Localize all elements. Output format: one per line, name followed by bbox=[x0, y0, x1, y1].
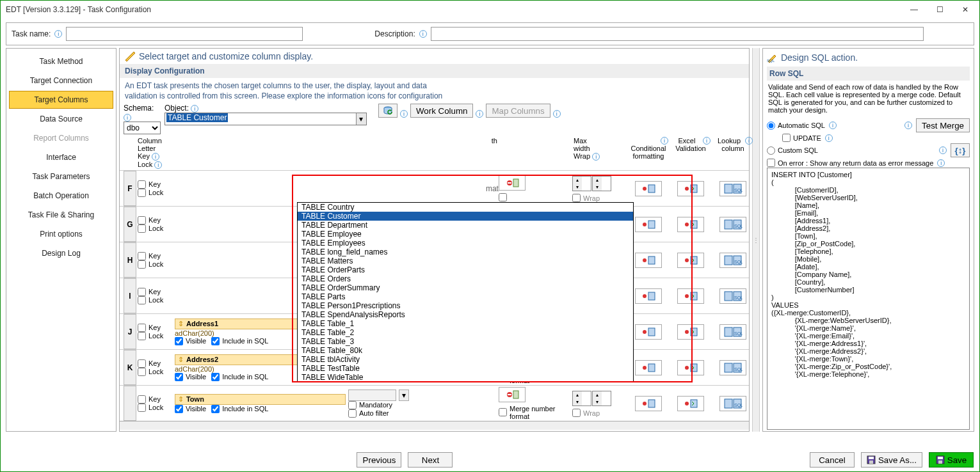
info-icon[interactable]: i bbox=[400, 110, 408, 118]
lookup-column-button[interactable]: SQL bbox=[719, 288, 746, 304]
lookup-column-button[interactable]: SQL bbox=[719, 217, 746, 232]
object-combobox[interactable]: TABLE Customer ▾ bbox=[165, 113, 367, 125]
maximize-button[interactable]: ☐ bbox=[927, 2, 952, 17]
automatic-sql-radio[interactable]: Automatic SQL bbox=[767, 122, 825, 130]
format-button[interactable] bbox=[499, 175, 526, 191]
refresh-button[interactable] bbox=[378, 104, 398, 118]
width-stepper[interactable]: ▴▾ bbox=[572, 176, 591, 191]
info-icon[interactable]: i bbox=[191, 105, 198, 113]
update-checkbox[interactable]: UPDATE bbox=[782, 134, 821, 142]
object-option[interactable]: TABLE long_field_names bbox=[298, 248, 633, 256]
conditional-formatting-button[interactable] bbox=[635, 253, 662, 268]
key-checkbox[interactable]: Key bbox=[138, 216, 171, 224]
excel-validation-button[interactable] bbox=[677, 288, 704, 304]
wrap-checkbox[interactable] bbox=[572, 409, 581, 417]
close-button[interactable]: ✕ bbox=[952, 2, 978, 17]
lock-checkbox[interactable]: Lock bbox=[138, 260, 171, 269]
merge-num-checkbox[interactable] bbox=[499, 193, 507, 201]
chevron-down-icon[interactable]: ▾ bbox=[356, 113, 366, 125]
lock-checkbox[interactable]: Lock bbox=[138, 332, 171, 340]
object-option[interactable]: TABLE Person1Prescriptions bbox=[298, 301, 633, 310]
save-as-button[interactable]: Save As... bbox=[861, 452, 922, 468]
excel-validation-button[interactable] bbox=[677, 396, 704, 411]
object-option[interactable]: TABLE Table_2 bbox=[298, 328, 633, 337]
object-option[interactable]: TABLE Table_1 bbox=[298, 319, 633, 328]
conditional-formatting-button[interactable] bbox=[635, 396, 662, 411]
work-column-button[interactable]: Work Column bbox=[410, 104, 473, 118]
object-option[interactable]: TABLE TestTable bbox=[298, 364, 633, 373]
object-option[interactable]: TABLE Employee bbox=[298, 230, 633, 239]
description-input[interactable] bbox=[431, 27, 924, 41]
custom-sql-radio[interactable]: Custom SQL bbox=[767, 146, 818, 155]
width-stepper[interactable]: ▴▾ bbox=[572, 391, 591, 406]
merge-num-checkbox[interactable] bbox=[499, 408, 507, 416]
width-stepper-2[interactable]: ▴▾ bbox=[592, 176, 611, 191]
sidebar-item-task-parameters[interactable]: Task Parameters bbox=[9, 168, 113, 185]
key-checkbox[interactable]: Key bbox=[138, 359, 171, 368]
lookup-column-button[interactable]: SQL bbox=[719, 396, 746, 411]
info-icon[interactable]: i bbox=[124, 114, 131, 122]
sidebar-item-data-source[interactable]: Data Source bbox=[9, 110, 113, 128]
on-error-checkbox[interactable]: On error : Show any return data as error… bbox=[767, 159, 933, 167]
test-merge-button[interactable]: Test Merge bbox=[916, 118, 970, 132]
conditional-formatting-button[interactable] bbox=[635, 360, 662, 375]
sidebar-item-target-columns[interactable]: Target Columns bbox=[9, 91, 113, 109]
object-option[interactable]: TABLE Table_3 bbox=[298, 337, 633, 346]
reorder-icon[interactable]: ⇕ bbox=[178, 356, 184, 364]
object-option[interactable]: TABLE tblActivity bbox=[298, 355, 633, 364]
object-option[interactable]: TABLE Country bbox=[298, 203, 633, 212]
cancel-button[interactable]: Cancel bbox=[810, 452, 855, 468]
include-sql-checkbox[interactable]: Include in SQL bbox=[211, 373, 268, 381]
wrap-checkbox[interactable] bbox=[572, 194, 581, 202]
excel-validation-button[interactable] bbox=[677, 181, 704, 196]
lock-checkbox[interactable]: Lock bbox=[138, 189, 171, 197]
key-checkbox[interactable]: Key bbox=[138, 252, 171, 260]
info-icon[interactable]: i bbox=[745, 137, 753, 145]
sidebar-item-batch-operation[interactable]: Batch Operation bbox=[9, 187, 113, 205]
excel-validation-button[interactable] bbox=[677, 253, 704, 268]
next-button[interactable]: Next bbox=[408, 452, 453, 468]
key-checkbox[interactable]: Key bbox=[138, 288, 171, 296]
excel-validation-button[interactable] bbox=[677, 324, 704, 340]
info-icon[interactable]: i bbox=[661, 137, 668, 145]
info-icon[interactable]: i bbox=[152, 153, 159, 161]
width-stepper-2[interactable]: ▴▾ bbox=[592, 391, 611, 406]
key-checkbox[interactable]: Key bbox=[138, 324, 171, 332]
object-option[interactable]: TABLE WideTable bbox=[298, 373, 633, 382]
object-option[interactable]: TABLE OrderSummary bbox=[298, 283, 633, 292]
format-button[interactable] bbox=[499, 387, 526, 402]
sidebar-item-report-columns[interactable]: Report Columns bbox=[9, 129, 113, 147]
excel-validation-button[interactable] bbox=[677, 217, 704, 232]
chevron-down-icon[interactable]: ▾ bbox=[399, 389, 409, 401]
lookup-column-button[interactable]: SQL bbox=[719, 253, 746, 268]
object-option[interactable]: TABLE SpendAnalysisReports bbox=[298, 310, 633, 319]
object-option[interactable]: TABLE Orders bbox=[298, 274, 633, 283]
info-icon[interactable]: i bbox=[904, 122, 912, 129]
include-sql-checkbox[interactable]: Include in SQL bbox=[211, 337, 268, 345]
lock-checkbox[interactable]: Lock bbox=[138, 404, 171, 412]
object-option[interactable]: TABLE Customer bbox=[298, 212, 633, 221]
lookup-column-button[interactable]: SQL bbox=[719, 181, 746, 196]
object-option[interactable]: TABLE Employees bbox=[298, 239, 633, 248]
expression-box[interactable] bbox=[348, 389, 396, 401]
visible-checkbox[interactable]: Visible bbox=[175, 405, 206, 413]
mandatory-checkbox[interactable]: Mandatory bbox=[348, 401, 499, 409]
conditional-formatting-button[interactable] bbox=[635, 324, 662, 340]
field-name-box[interactable]: ⇕ Town bbox=[175, 394, 346, 405]
sidebar-item-print-options[interactable]: Print options bbox=[9, 225, 113, 243]
key-checkbox[interactable]: Key bbox=[138, 180, 171, 189]
excel-validation-button[interactable] bbox=[677, 360, 704, 375]
lock-checkbox[interactable]: Lock bbox=[138, 224, 171, 233]
conditional-formatting-button[interactable] bbox=[635, 181, 662, 196]
visible-checkbox[interactable]: Visible bbox=[175, 373, 206, 381]
lookup-column-button[interactable]: SQL bbox=[719, 360, 746, 375]
auto-filter-checkbox[interactable]: Auto filter bbox=[348, 409, 499, 418]
object-dropdown-list[interactable]: TABLE CountryTABLE CustomerTABLE Departm… bbox=[297, 202, 634, 382]
horizontal-scrollbar[interactable] bbox=[120, 421, 749, 430]
sql-editor[interactable]: INSERT INTO [Customer] ( [CustomerID], [… bbox=[767, 168, 970, 430]
reorder-icon[interactable]: ⇕ bbox=[178, 395, 184, 404]
conditional-formatting-button[interactable] bbox=[635, 288, 662, 304]
info-icon[interactable]: i bbox=[829, 122, 837, 129]
object-option[interactable]: TABLE Department bbox=[298, 221, 633, 230]
schema-select[interactable]: dbo bbox=[124, 122, 161, 134]
